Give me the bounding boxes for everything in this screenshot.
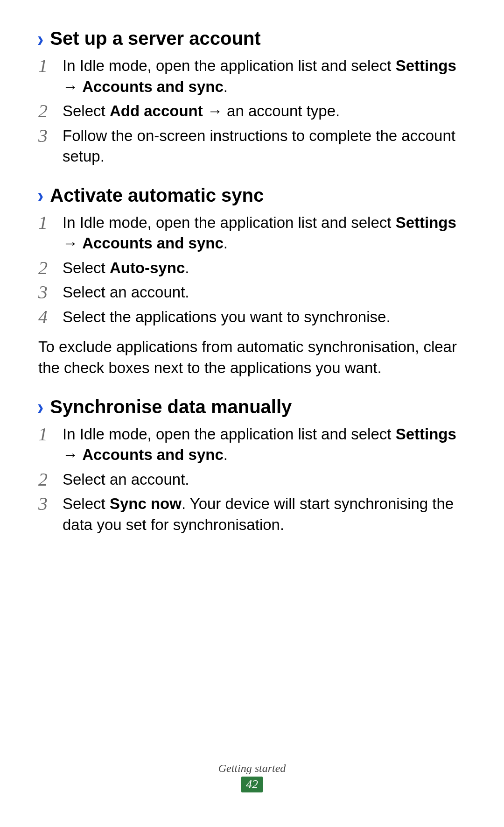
text-fragment: Select (63, 259, 110, 276)
arrow-text: → (63, 234, 82, 252)
text-fragment: . (224, 234, 228, 252)
step-text: Select Add account → an account type. (63, 101, 467, 122)
step-number: 1 (38, 56, 63, 76)
page-footer: Getting started 42 (0, 762, 504, 792)
step-text: Select an account. (63, 282, 467, 303)
arrow-text: → (63, 446, 82, 463)
page-number-badge: 42 (241, 777, 263, 792)
step: 3 Select Sync now. Your device will star… (38, 494, 467, 535)
step-number: 4 (38, 307, 63, 327)
step: 3 Select an account. (38, 282, 467, 303)
bold-term: Sync now (110, 495, 182, 512)
step-text: In Idle mode, open the application list … (63, 212, 467, 254)
text-fragment: In Idle mode, open the application list … (63, 57, 396, 74)
step-number: 2 (38, 101, 63, 121)
step-number: 2 (38, 469, 63, 490)
bold-term: Accounts and sync (82, 234, 224, 252)
chevron-icon: › (37, 184, 43, 206)
text-fragment: Select (63, 102, 110, 120)
step: 2 Select an account. (38, 469, 467, 490)
section-title: Synchronise data manually (50, 396, 292, 417)
step-text: Follow the on-screen instructions to com… (63, 126, 467, 167)
bold-term: Auto-sync (110, 259, 185, 276)
bold-term: Accounts and sync (82, 78, 224, 95)
step: 2 Select Auto-sync. (38, 258, 467, 279)
text-fragment: In Idle mode, open the application list … (63, 425, 396, 443)
text-fragment: . (224, 78, 228, 95)
step-number: 1 (38, 212, 63, 233)
step-text: Select Sync now. Your device will start … (63, 494, 467, 535)
step: 1 In Idle mode, open the application lis… (38, 424, 467, 466)
step: 3 Follow the on-screen instructions to c… (38, 126, 467, 167)
text-fragment: . (185, 259, 189, 276)
arrow-text: → (203, 102, 227, 120)
text-fragment: an account type. (227, 102, 340, 120)
text-fragment: Select (63, 495, 110, 512)
section-header: › Set up a server account (37, 28, 467, 49)
step-text: Select the applications you want to sync… (63, 307, 467, 328)
text-fragment: In Idle mode, open the application list … (63, 214, 396, 231)
step-text: In Idle mode, open the application list … (63, 56, 467, 97)
bold-term: Settings (396, 57, 456, 74)
step-number: 3 (38, 494, 63, 514)
step: 1 In Idle mode, open the application lis… (38, 212, 467, 254)
section-activate-automatic-sync: › Activate automatic sync 1 In Idle mode… (37, 185, 467, 379)
step-number: 1 (38, 424, 63, 445)
step-number: 3 (38, 282, 63, 303)
step-text: In Idle mode, open the application list … (63, 424, 467, 466)
bold-term: Accounts and sync (82, 446, 224, 463)
manual-page: › Set up a server account 1 In Idle mode… (0, 0, 504, 827)
section-header: › Synchronise data manually (37, 396, 467, 417)
step-number: 2 (38, 258, 63, 278)
section-synchronise-data-manually: › Synchronise data manually 1 In Idle mo… (37, 396, 467, 536)
section-title: Set up a server account (50, 28, 260, 49)
step: 1 In Idle mode, open the application lis… (38, 56, 467, 97)
chevron-icon: › (37, 28, 43, 49)
step-text: Select Auto-sync. (63, 258, 467, 279)
section-header: › Activate automatic sync (37, 185, 467, 206)
section-note: To exclude applications from automatic s… (38, 337, 467, 378)
chevron-icon: › (37, 396, 43, 417)
bold-term: Settings (396, 425, 456, 443)
step: 2 Select Add account → an account type. (38, 101, 467, 122)
bold-term: Add account (110, 102, 203, 120)
step: 4 Select the applications you want to sy… (38, 307, 467, 328)
footer-chapter-label: Getting started (0, 762, 504, 775)
step-text: Select an account. (63, 469, 467, 490)
arrow-text: → (63, 78, 82, 95)
section-title: Activate automatic sync (50, 185, 264, 206)
bold-term: Settings (396, 214, 456, 231)
text-fragment: . (224, 446, 228, 463)
step-number: 3 (38, 126, 63, 146)
section-set-up-server-account: › Set up a server account 1 In Idle mode… (37, 28, 467, 167)
